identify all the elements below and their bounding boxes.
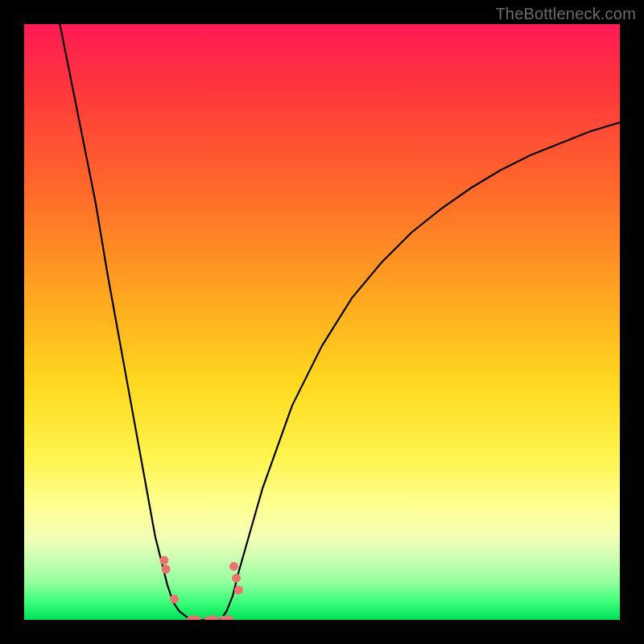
curves-svg	[24, 24, 620, 620]
marker-dot-2	[170, 595, 179, 604]
marker-dot-3	[229, 562, 238, 571]
chart-container: TheBottleneck.com	[0, 0, 644, 644]
marker-capsule-7	[204, 616, 219, 620]
curve-right-curve	[221, 122, 620, 620]
plot-area	[24, 24, 620, 620]
marker-dot-0	[159, 556, 168, 565]
curve-left-curve	[60, 24, 191, 620]
marker-dot-5	[234, 586, 243, 595]
watermark-text: TheBottleneck.com	[495, 5, 636, 23]
marker-capsule-6	[187, 616, 201, 620]
marker-dot-1	[162, 565, 171, 574]
marker-dot-4	[232, 574, 241, 583]
marker-capsule-8	[220, 616, 234, 620]
